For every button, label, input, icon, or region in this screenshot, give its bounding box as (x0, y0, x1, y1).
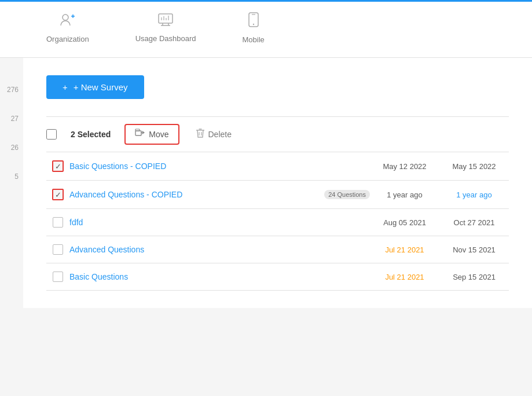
nav-label-mobile: Mobile (243, 35, 265, 44)
sidebar-num-26: 26 (0, 133, 19, 162)
organization-icon (60, 13, 76, 30)
survey-name-5[interactable]: Basic Questions (69, 272, 370, 281)
delete-icon (196, 128, 205, 141)
row-checkbox-5[interactable] (53, 272, 63, 282)
move-label: Move (149, 130, 168, 139)
table-row: Basic Questions Jul 21 2021 Sep 15 2021 (46, 263, 509, 291)
sidebar-num-5: 5 (0, 162, 19, 191)
checkbox-wrap-3 (46, 217, 69, 228)
usage-dashboard-icon (158, 13, 173, 30)
svg-rect-3 (159, 14, 173, 23)
nav-item-mobile[interactable]: Mobile (219, 0, 288, 57)
mobile-icon (248, 12, 259, 31)
selected-count: 2 Selected (71, 130, 111, 139)
checkbox-wrap-2: ✓ (46, 189, 69, 200)
checkmark-2: ✓ (55, 190, 61, 199)
new-survey-plus: + (63, 82, 68, 92)
survey-name-1[interactable]: Basic Questions - COPIED (69, 162, 370, 171)
table-row: ✓ Basic Questions - COPIED May 12 2022 M… (46, 152, 509, 181)
new-survey-button[interactable]: + + New Survey (46, 75, 144, 99)
survey-name-4[interactable]: Advanced Questions (69, 245, 370, 254)
nav-label-organization: Organization (46, 35, 89, 43)
svg-rect-14 (135, 131, 141, 135)
svg-point-0 (63, 14, 68, 20)
survey-date2-4: Nov 15 2021 (439, 245, 509, 254)
survey-date1-1: May 12 2022 (370, 162, 439, 171)
survey-name-3[interactable]: fdfd (69, 218, 370, 227)
survey-date2-3: Oct 27 2021 (439, 218, 509, 227)
row-checkbox-1[interactable]: ✓ (52, 160, 64, 172)
table-row: ✓ Advanced Questions - COPIED 24 Questio… (46, 181, 509, 209)
delete-button[interactable]: Delete (189, 124, 239, 144)
row-checkbox-3[interactable] (53, 217, 63, 228)
sidebar-num-27: 27 (0, 104, 19, 133)
row-checkbox-4[interactable] (53, 244, 63, 255)
checkbox-wrap-5 (46, 272, 69, 282)
toolbar-row: 2 Selected Move (46, 117, 509, 152)
table-row: Advanced Questions Jul 21 2021 Nov 15 20… (46, 236, 509, 263)
survey-date2-2: 1 year ago (439, 190, 509, 199)
row-checkbox-2[interactable]: ✓ (52, 189, 64, 200)
top-nav: Organization Usage Dashboard Mobi (0, 0, 532, 58)
checkmark-1: ✓ (55, 162, 61, 171)
nav-item-organization[interactable]: Organization (23, 0, 112, 57)
sidebar-num-276: 276 (0, 75, 19, 104)
sidebar-numbers: 276 27 26 5 (0, 58, 23, 308)
svg-point-12 (252, 23, 254, 24)
content-area: + + New Survey 2 Selected (23, 58, 532, 308)
nav-item-usage-dashboard[interactable]: Usage Dashboard (112, 0, 219, 57)
checkbox-wrap-1: ✓ (46, 160, 69, 172)
survey-date1-5: Jul 21 2021 (370, 273, 439, 281)
survey-date2-5: Sep 15 2021 (439, 273, 509, 281)
survey-list: 2 Selected Move (46, 116, 509, 291)
survey-date2-1: May 15 2022 (439, 162, 509, 171)
question-count-badge-2: 24 Questions (324, 190, 370, 199)
new-survey-label: + New Survey (74, 82, 128, 92)
main-content: 276 27 26 5 + + New Survey 2 Selected (0, 58, 532, 308)
checkbox-wrap-4 (46, 244, 69, 255)
survey-name-2[interactable]: Advanced Questions - COPIED (69, 190, 320, 199)
move-icon (135, 129, 145, 140)
survey-date1-4: Jul 21 2021 (370, 245, 439, 254)
nav-label-usage-dashboard: Usage Dashboard (135, 34, 196, 43)
table-row: fdfd Aug 05 2021 Oct 27 2021 (46, 209, 509, 236)
delete-label: Delete (208, 130, 232, 139)
survey-date1-3: Aug 05 2021 (370, 218, 439, 227)
move-button[interactable]: Move (124, 124, 179, 145)
select-all-checkbox[interactable] (46, 129, 57, 140)
svg-rect-15 (135, 129, 140, 131)
survey-date1-2: 1 year ago (370, 190, 439, 199)
